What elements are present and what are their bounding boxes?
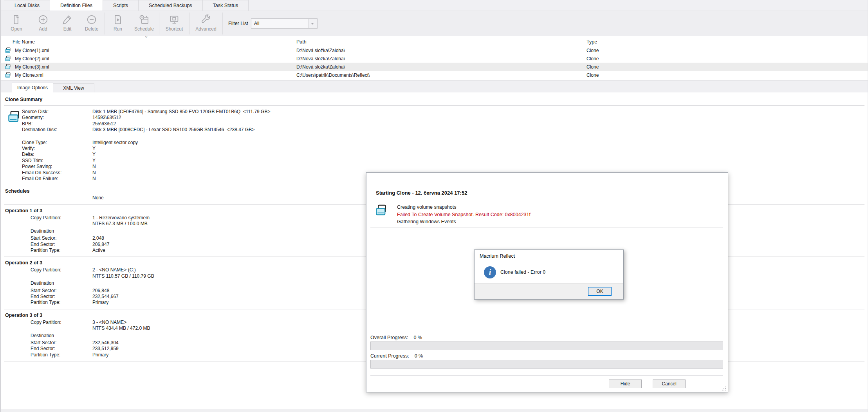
toolbar: Open Add Edit Delete Run Schedule Shortc… [1, 11, 868, 36]
definition-file-list: File Name Path Type My Clone(1).xml D:\N… [1, 36, 868, 80]
advanced-button[interactable]: Advanced [190, 12, 222, 35]
add-plus-icon [37, 14, 49, 25]
tab-image-options[interactable]: Image Options [12, 83, 53, 92]
filter-list-dropdown[interactable]: All [251, 18, 318, 29]
current-progress-bar [370, 360, 723, 369]
add-button[interactable]: Add [31, 12, 55, 35]
list-header: File Name Path Type [1, 36, 868, 46]
pane-tabstrip: Image Options XML View [1, 80, 868, 92]
open-button[interactable]: Open [4, 12, 29, 35]
current-progress-value: 0 % [415, 353, 423, 359]
hide-button[interactable]: Hide [609, 379, 642, 388]
tab-scripts[interactable]: Scripts [103, 0, 139, 11]
divider [370, 375, 723, 376]
schedule-button[interactable]: Schedule [130, 12, 158, 35]
macrium-reflect-window: Local Disks Definition Files Scripts Sch… [0, 0, 868, 412]
clone-disk-icon [375, 204, 388, 217]
tab-scheduled-backups[interactable]: Scheduled Backups [138, 0, 203, 11]
table-row[interactable]: My Clone(2).xml D:\Nová složka\Zaloha\ C… [1, 54, 868, 63]
tab-local-disks[interactable]: Local Disks [4, 0, 50, 11]
table-row-selected[interactable]: My Clone(3).xml D:\Nová složka\Zaloha\ C… [1, 63, 868, 71]
ok-button[interactable]: OK [588, 287, 612, 296]
table-row[interactable]: My Clone.xml C:\Users\patrik\Documents\R… [1, 71, 868, 79]
table-row[interactable]: My Clone(1).xml D:\Nová složka\Zaloha\ C… [1, 46, 868, 54]
overall-progress-value: 0 % [414, 335, 422, 340]
progress-dialog-title: Starting Clone - 12. června 2024 17:52 [376, 190, 467, 196]
edit-pencil-icon [61, 14, 73, 25]
tab-task-status[interactable]: Task Status [202, 0, 249, 11]
toolbar-divider [222, 13, 223, 34]
clone-file-icon [5, 55, 11, 62]
chevron-down-icon [311, 23, 314, 25]
message-box-title: Macrium Reflect [480, 253, 515, 259]
clone-disk-icon [2, 109, 22, 182]
filter-list-group: Filter List All [228, 18, 318, 29]
clone-file-icon [5, 72, 11, 78]
clone-file-icon [5, 63, 11, 70]
cancel-button[interactable]: Cancel [653, 379, 686, 388]
overall-progress-bar [370, 342, 723, 350]
clone-summary-title: Clone Summary [5, 97, 867, 102]
tab-xml-view[interactable]: XML View [53, 83, 94, 92]
advanced-wrench-icon [200, 14, 212, 25]
schedule-calendar-icon [138, 14, 150, 25]
log-line-error: Failed To Create Volume Snapshot. Result… [397, 211, 531, 219]
schedule-dropdown-chevron-icon[interactable]: ⌄ [144, 33, 148, 39]
run-button[interactable]: Run [106, 12, 130, 35]
shortcut-monitor-icon [168, 14, 180, 25]
overall-progress-label: Overall Progress:0 % [370, 335, 422, 340]
window-bottom-edge [1, 409, 868, 412]
log-line: Creating volume snapshots [397, 204, 531, 211]
column-header-file-name[interactable]: File Name [13, 39, 35, 45]
toolbar-divider [189, 13, 189, 34]
open-document-icon [11, 14, 22, 25]
clone-file-icon [5, 47, 11, 54]
dropdown-arrow-button[interactable] [308, 19, 317, 28]
filter-list-value: All [254, 21, 260, 26]
delete-minus-icon [86, 14, 97, 25]
log-line: Gathering Windows Events [397, 218, 531, 226]
edit-button[interactable]: Edit [55, 12, 79, 35]
filter-list-label: Filter List [228, 21, 248, 26]
toolbar-divider [30, 13, 30, 34]
toolbar-divider [159, 13, 159, 34]
delete-button[interactable]: Delete [79, 12, 104, 35]
run-play-icon [112, 14, 124, 25]
current-progress-label: Current Progress:0 % [370, 353, 423, 359]
divider [370, 200, 723, 200]
error-message-text: Clone failed - Error 0 [500, 269, 545, 275]
progress-log: Creating volume snapshots Failed To Crea… [375, 204, 531, 226]
divider [370, 228, 723, 228]
toolbar-divider [105, 13, 105, 34]
column-header-type[interactable]: Type [586, 39, 597, 45]
shortcut-button[interactable]: Shortcut [160, 12, 188, 35]
error-message-box: Macrium Reflect i Clone failed - Error 0… [474, 249, 624, 300]
main-tabstrip: Local Disks Definition Files Scripts Sch… [1, 0, 868, 11]
resize-grip[interactable] [722, 387, 726, 391]
column-header-path[interactable]: Path [296, 39, 307, 45]
clone-summary-block: Source Disk:Disk 1 MBR [CF0F4794] - Sams… [2, 109, 867, 182]
divider [4, 105, 864, 106]
message-box-footer: OK [475, 283, 623, 299]
tab-definition-files[interactable]: Definition Files [50, 0, 103, 11]
info-icon: i [484, 266, 496, 278]
